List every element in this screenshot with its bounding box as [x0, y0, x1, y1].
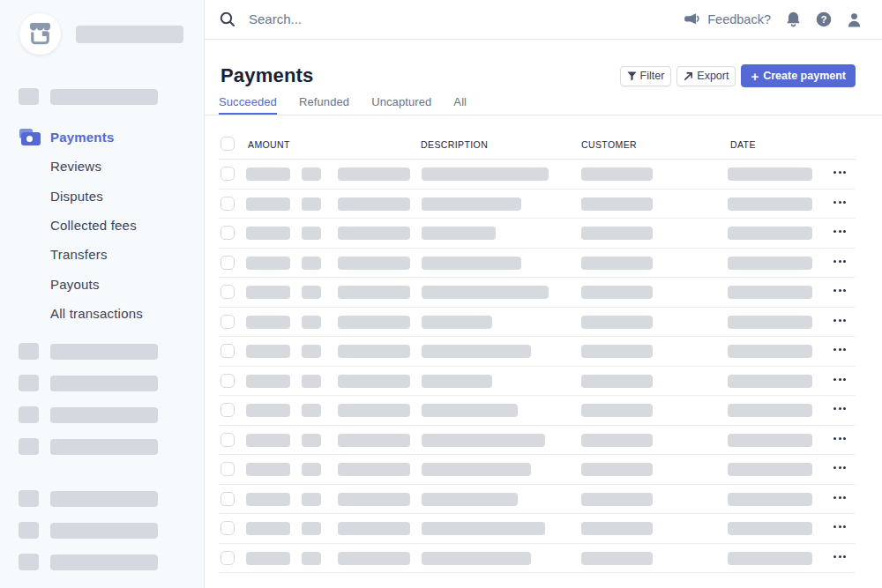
description-skeleton: [422, 345, 531, 358]
table-row[interactable]: [219, 308, 856, 338]
row-checkbox[interactable]: [220, 462, 235, 476]
amount-skeleton: [302, 522, 321, 535]
row-checkbox[interactable]: [220, 167, 235, 181]
table-row[interactable]: [219, 485, 856, 515]
row-actions-button[interactable]: [833, 289, 846, 292]
row-actions-button[interactable]: [833, 348, 846, 351]
customer-skeleton: [581, 167, 653, 181]
help-icon[interactable]: ?: [816, 11, 832, 27]
row-checkbox[interactable]: [220, 492, 235, 506]
amount-skeleton: [246, 257, 290, 270]
row-actions-button[interactable]: [833, 466, 846, 469]
topbar: Feedback? ?: [205, 0, 882, 40]
table-row[interactable]: [219, 426, 856, 456]
tabs-divider: [205, 115, 882, 115]
customer-skeleton: [581, 522, 653, 535]
table-row[interactable]: [219, 455, 856, 485]
amount-skeleton: [246, 316, 290, 329]
row-actions-button[interactable]: [833, 407, 846, 410]
megaphone-icon: [684, 12, 701, 27]
row-actions-button[interactable]: [833, 260, 846, 263]
row-checkbox[interactable]: [220, 403, 235, 417]
row-actions-button[interactable]: [833, 525, 846, 528]
row-actions-button[interactable]: [833, 555, 846, 558]
user-icon[interactable]: [847, 12, 862, 27]
table-row[interactable]: [219, 278, 856, 308]
row-checkbox[interactable]: [220, 551, 235, 565]
sidebar-item-collected-fees[interactable]: Collected fees: [0, 211, 204, 240]
filter-button[interactable]: Filter: [620, 66, 672, 86]
row-checkbox[interactable]: [220, 256, 235, 270]
export-button[interactable]: Export: [676, 66, 736, 86]
table-row[interactable]: [219, 367, 856, 397]
column-header-amount[interactable]: AMOUNT: [248, 139, 290, 150]
tab-succeeded[interactable]: Succeeded: [219, 95, 277, 115]
date-skeleton: [728, 552, 812, 565]
description-skeleton: [422, 286, 549, 299]
table-row[interactable]: [219, 396, 856, 426]
sidebar-item-reviews[interactable]: Reviews: [0, 152, 204, 181]
description-skeleton: [422, 197, 521, 211]
date-skeleton: [728, 167, 812, 181]
row-actions-button[interactable]: [833, 201, 846, 204]
row-checkbox[interactable]: [220, 433, 235, 447]
feedback-label: Feedback?: [707, 12, 771, 26]
row-checkbox[interactable]: [220, 285, 235, 299]
row-checkbox[interactable]: [220, 344, 235, 358]
amount-skeleton: [338, 404, 410, 417]
payments-icon: [19, 129, 41, 145]
sidebar-item-all-transactions[interactable]: All transactions: [0, 299, 204, 328]
row-checkbox[interactable]: [220, 226, 235, 240]
row-checkbox[interactable]: [220, 374, 235, 388]
table-header: AMOUNT DESCRIPTION CUSTOMER DATE: [219, 128, 856, 160]
payments-table: AMOUNT DESCRIPTION CUSTOMER DATE: [219, 128, 856, 573]
row-actions-button[interactable]: [833, 230, 846, 233]
sidebar-item-payouts[interactable]: Payouts: [0, 269, 204, 298]
amount-skeleton: [302, 167, 321, 181]
sidebar: Payments Reviews Disputes Collected fees…: [0, 0, 205, 588]
table-row[interactable]: [219, 160, 856, 190]
amount-skeleton: [302, 257, 321, 270]
amount-skeleton: [338, 345, 410, 358]
create-payment-button[interactable]: + Create payment: [741, 64, 856, 87]
search-input[interactable]: [249, 0, 584, 38]
amount-skeleton: [338, 463, 410, 476]
status-tabs: Succeeded Refunded Uncaptured All: [219, 95, 467, 115]
amount-skeleton: [338, 197, 410, 211]
customer-skeleton: [581, 257, 653, 270]
select-all-checkbox[interactable]: [220, 137, 235, 151]
amount-skeleton: [302, 552, 321, 565]
merchant-logo[interactable]: [19, 13, 61, 55]
row-checkbox[interactable]: [220, 521, 235, 535]
table-row[interactable]: [219, 219, 856, 249]
description-skeleton: [422, 227, 496, 240]
column-header-customer[interactable]: CUSTOMER: [581, 139, 637, 150]
table-row[interactable]: [219, 544, 856, 574]
row-checkbox[interactable]: [220, 197, 235, 211]
table-row[interactable]: [219, 337, 856, 367]
sidebar-item-disputes[interactable]: Disputes: [0, 182, 204, 211]
row-actions-button[interactable]: [833, 496, 846, 499]
tab-refunded[interactable]: Refunded: [299, 95, 349, 115]
column-header-date[interactable]: DATE: [730, 139, 756, 150]
row-actions-button[interactable]: [833, 171, 846, 174]
amount-skeleton: [338, 316, 410, 329]
customer-skeleton: [581, 197, 653, 211]
tab-all[interactable]: All: [453, 95, 467, 115]
feedback-button[interactable]: Feedback?: [684, 12, 771, 27]
tab-uncaptured[interactable]: Uncaptured: [371, 95, 431, 115]
table-row[interactable]: [219, 249, 856, 279]
row-checkbox[interactable]: [220, 315, 235, 329]
row-actions-button[interactable]: [833, 437, 846, 440]
table-row[interactable]: [219, 514, 856, 544]
column-header-description[interactable]: DESCRIPTION: [421, 139, 488, 150]
sidebar-item-payments[interactable]: Payments: [0, 123, 204, 152]
table-row[interactable]: [219, 190, 856, 220]
description-skeleton: [422, 167, 549, 181]
row-actions-button[interactable]: [833, 378, 846, 381]
bell-icon[interactable]: [786, 11, 801, 27]
sidebar-item-transfers[interactable]: Transfers: [0, 240, 204, 269]
row-actions-button[interactable]: [833, 319, 846, 322]
svg-text:?: ?: [820, 14, 826, 25]
date-skeleton: [728, 345, 812, 358]
